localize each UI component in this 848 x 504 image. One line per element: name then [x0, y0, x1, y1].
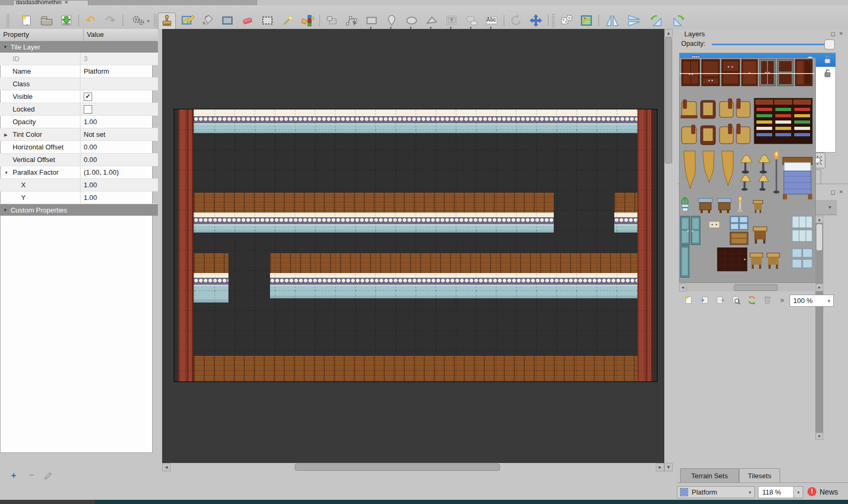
select-same-tile-tool[interactable] [299, 13, 316, 28]
move-button[interactable] [527, 13, 544, 28]
expand-triangle-icon[interactable]: ▶ [4, 133, 7, 137]
toolbar-drag-handle[interactable] [552, 14, 555, 27]
scroll-up-icon[interactable]: ▲ [664, 29, 673, 37]
save-button[interactable] [58, 13, 75, 28]
embed-tileset-button[interactable] [698, 294, 711, 306]
property-row-parallax-x[interactable]: X1.00 [0, 179, 158, 191]
close-panel-icon[interactable]: × [839, 31, 843, 36]
scroll-left-icon[interactable]: ◄ [679, 284, 686, 291]
export-tileset-button[interactable] [714, 294, 726, 306]
tab-close-icon[interactable]: × [65, 0, 68, 5]
opacity-slider-handle[interactable] [824, 39, 835, 49]
add-property-button[interactable]: + [8, 470, 19, 481]
redo-button[interactable]: ↷ [102, 13, 119, 28]
open-file-button[interactable] [38, 13, 55, 28]
collapse-triangle-icon[interactable]: ▼ [4, 170, 8, 175]
tab-tilesets[interactable]: Tilesets [739, 468, 780, 483]
magic-wand-tool[interactable] [279, 13, 296, 28]
property-row-visible[interactable]: Visible ✓ [0, 90, 158, 103]
terrain-brush-tool[interactable] [179, 13, 196, 28]
map-canvas[interactable]: ◄ ► [162, 29, 664, 463]
property-row-vertical-offset[interactable]: Vertical Offset0.00 [0, 154, 158, 166]
flip-horizontal-button[interactable] [602, 13, 622, 28]
insert-ellipse-tool[interactable]: ▾ [403, 13, 420, 28]
tileset-view[interactable] [679, 58, 816, 283]
unlock-icon[interactable] [824, 69, 831, 79]
scroll-up-icon[interactable]: ▲ [815, 216, 823, 223]
news-button[interactable]: ! News [807, 487, 838, 496]
scroll-right-icon[interactable]: ► [656, 463, 664, 471]
tile-layer-group-row[interactable]: ▼ Tile Layer [0, 41, 158, 53]
insert-template-tool[interactable]: ▾ [463, 13, 480, 28]
rectangular-select-tool[interactable] [259, 13, 276, 28]
insert-point-tool[interactable]: ▾ [383, 13, 400, 28]
property-row-parallax-y[interactable]: Y1.00 [0, 191, 158, 204]
close-panel-icon[interactable]: × [839, 189, 843, 195]
toolbar-drag-handle[interactable] [6, 14, 9, 27]
bucket-fill-tool[interactable] [199, 13, 216, 28]
locked-checkbox[interactable] [84, 105, 92, 114]
insert-tile-tool[interactable]: ▾ [443, 13, 460, 28]
redo-icon: ↷ [106, 14, 115, 27]
edit-polygons-tool[interactable] [343, 13, 360, 28]
eraser-tool[interactable] [239, 13, 256, 28]
rotate-right-button[interactable] [669, 13, 689, 28]
random-mode-button[interactable] [558, 13, 575, 28]
zoom-level-combo[interactable]: 118 % ▾ [758, 486, 803, 498]
select-objects-tool[interactable] [323, 13, 340, 28]
insert-rectangle-tool[interactable]: ▾ [363, 13, 380, 28]
float-panel-icon[interactable]: ◻ [831, 31, 835, 37]
tab-terrain-sets[interactable]: Terrain Sets [680, 468, 739, 483]
toolbar-overflow-icon[interactable]: » [780, 296, 784, 304]
execute-command-button[interactable]: ▾ [126, 13, 151, 28]
flip-vertical-button[interactable] [624, 13, 644, 28]
undo-button[interactable]: ↶ [82, 13, 99, 28]
remove-tileset-button[interactable] [761, 294, 774, 306]
toolbar-drag-handle[interactable] [154, 14, 157, 27]
property-row-horizontal-offset[interactable]: Horizontal Offset0.00 [0, 141, 158, 154]
remove-property-button[interactable]: − [26, 470, 37, 481]
insert-text-tool[interactable]: Abc ▾ [483, 13, 500, 28]
opacity-slider-track[interactable] [712, 44, 833, 45]
property-row-locked[interactable]: Locked [0, 103, 158, 116]
chevron-down-icon[interactable]: ▾ [829, 204, 831, 210]
property-row-parallax-factor[interactable]: ▼ Parallax Factor(1.00, 1.00) [0, 166, 158, 179]
terrain-fill-mode-button[interactable] [578, 13, 595, 28]
new-file-button[interactable] [18, 13, 35, 28]
scrollbar-thumb[interactable] [816, 224, 823, 251]
unlock-icon[interactable] [824, 55, 831, 65]
scrollbar-thumb[interactable] [665, 37, 672, 164]
stamp-brush-tool[interactable] [158, 13, 176, 29]
scroll-down-icon[interactable]: ▼ [815, 432, 823, 440]
new-tileset-button[interactable] [682, 294, 695, 306]
visible-checkbox[interactable]: ✓ [84, 93, 92, 101]
insert-polygon-tool[interactable]: ▾ [423, 13, 440, 28]
shape-fill-tool[interactable] [219, 13, 236, 28]
tiled-application-window: dasdasdhomethin × ↶ ↷ ▾ [0, 0, 848, 504]
scroll-right-icon[interactable]: ► [816, 284, 823, 291]
canvas-horizontal-scrollbar[interactable]: ◄ ► [162, 463, 664, 471]
map-area[interactable] [174, 109, 657, 382]
scrollbar-thumb[interactable] [295, 463, 500, 471]
property-row-opacity[interactable]: Opacity1.00 [0, 116, 158, 128]
edit-property-button[interactable] [43, 471, 53, 482]
rotate-button[interactable] [507, 13, 524, 28]
panel-splitter[interactable] [158, 29, 162, 500]
tileset-vertical-scrollbar[interactable]: ▲ ▼ [815, 216, 823, 440]
scroll-left-icon[interactable]: ◄ [162, 463, 171, 471]
panel-splitter[interactable] [673, 29, 677, 485]
canvas-vertical-scrollbar[interactable]: ▲ ▼ [664, 29, 673, 471]
custom-properties-group-row[interactable]: ▼ Custom Properties [0, 204, 158, 216]
rotate-left-button[interactable] [646, 13, 666, 28]
reload-tileset-button[interactable] [745, 294, 758, 306]
scroll-down-icon[interactable]: ▼ [664, 463, 673, 471]
property-row-tint-color[interactable]: ▶ Tint ColorNot set [0, 128, 158, 141]
property-row-name[interactable]: NamePlatform [0, 65, 158, 78]
property-row-class[interactable]: Class [0, 78, 158, 90]
tileset-horizontal-scrollbar[interactable]: ◄ ► [679, 284, 823, 291]
current-layer-selector[interactable]: Platform ▾ [677, 486, 755, 498]
edit-tileset-button[interactable] [730, 294, 742, 306]
float-panel-icon[interactable]: ◻ [831, 189, 835, 195]
tileset-zoom-combo[interactable]: 100 % ▾ [790, 295, 834, 307]
scrollbar-thumb[interactable] [734, 284, 778, 291]
